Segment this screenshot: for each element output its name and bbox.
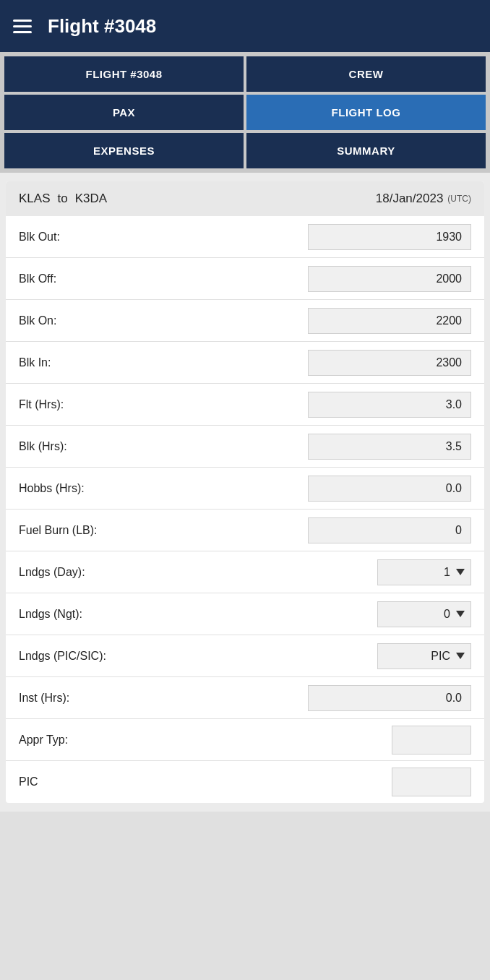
route-date: 18/Jan/2023 (UTC) [376,192,471,206]
flt-hrs-input[interactable] [308,392,471,418]
inst-hrs-row: Inst (Hrs): [6,677,484,719]
tab-pax[interactable]: PAX [4,95,244,130]
tab-flightlog[interactable]: FLIGHT LOG [246,95,486,130]
flt-hrs-row: Flt (Hrs): [6,384,484,426]
tab-crew[interactable]: CREW [246,56,486,92]
route-from: KLAS [19,192,50,206]
route-to: K3DA [75,192,107,206]
inst-hrs-label: Inst (Hrs): [19,692,69,705]
blk-off-input[interactable] [308,266,471,292]
lndgs-ngt-label: Lndgs (Ngt): [19,608,82,621]
blk-hrs-row: Blk (Hrs): [6,426,484,468]
route-utc: (UTC) [447,194,471,204]
lndgs-ngt-dropdown[interactable]: 0 [377,601,471,627]
appr-typ-input[interactable] [392,726,471,755]
blk-in-input[interactable] [308,350,471,376]
blk-off-label: Blk Off: [19,272,56,285]
tab-grid: FLIGHT #3048 CREW PAX FLIGHT LOG EXPENSE… [0,52,490,173]
pic-row: PIC [6,761,484,803]
inst-hrs-input[interactable] [308,685,471,711]
route-row: KLAS to K3DA 18/Jan/2023 (UTC) [6,181,484,216]
flt-hrs-label: Flt (Hrs): [19,398,64,411]
lndgs-picsic-label: Lndgs (PIC/SIC): [19,650,106,663]
lndgs-day-value: 1 [444,566,450,579]
pic-input[interactable] [392,768,471,796]
hobbs-hrs-row: Hobbs (Hrs): [6,468,484,510]
blk-hrs-input[interactable] [308,434,471,460]
route-to-label: to [57,192,67,206]
menu-button[interactable] [13,20,32,33]
blk-out-row: Blk Out: [6,216,484,258]
blk-on-input[interactable] [308,308,471,334]
fuel-burn-label: Fuel Burn (LB): [19,524,97,537]
appr-typ-row: Appr Typ: [6,719,484,761]
appr-typ-label: Appr Typ: [19,734,68,747]
blk-on-row: Blk On: [6,300,484,342]
page-title: Flight #3048 [48,15,156,38]
lndgs-ngt-row: Lndgs (Ngt): 0 [6,593,484,635]
lndgs-day-row: Lndgs (Day): 1 [6,551,484,593]
hobbs-hrs-label: Hobbs (Hrs): [19,482,85,495]
lndgs-ngt-value: 0 [444,608,450,621]
fuel-burn-input[interactable] [308,517,471,543]
hobbs-hrs-input[interactable] [308,476,471,502]
route-left: KLAS to K3DA [19,192,107,206]
blk-hrs-label: Blk (Hrs): [19,440,67,453]
lndgs-day-arrow-icon [456,569,465,575]
lndgs-picsic-value: PIC [431,650,450,663]
lndgs-day-dropdown[interactable]: 1 [377,559,471,585]
blk-off-row: Blk Off: [6,258,484,300]
fuel-burn-row: Fuel Burn (LB): [6,510,484,551]
pic-label: PIC [19,775,38,788]
route-date-value: 18/Jan/2023 [376,192,444,206]
blk-in-row: Blk In: [6,342,484,384]
lndgs-day-label: Lndgs (Day): [19,566,85,579]
tab-summary[interactable]: SUMMARY [246,133,486,168]
lndgs-picsic-dropdown[interactable]: PIC [377,643,471,669]
lndgs-picsic-arrow-icon [456,653,465,659]
blk-out-label: Blk Out: [19,231,60,244]
app-header: Flight #3048 [0,0,490,52]
blk-on-label: Blk On: [19,314,56,327]
content-area: KLAS to K3DA 18/Jan/2023 (UTC) Blk Out: … [0,173,490,812]
lndgs-ngt-arrow-icon [456,611,465,617]
tab-expenses[interactable]: EXPENSES [4,133,244,168]
blk-out-input[interactable] [308,224,471,250]
lndgs-picsic-row: Lndgs (PIC/SIC): PIC [6,635,484,677]
tab-flight[interactable]: FLIGHT #3048 [4,56,244,92]
blk-in-label: Blk In: [19,356,51,369]
flightlog-card: KLAS to K3DA 18/Jan/2023 (UTC) Blk Out: … [6,181,484,803]
